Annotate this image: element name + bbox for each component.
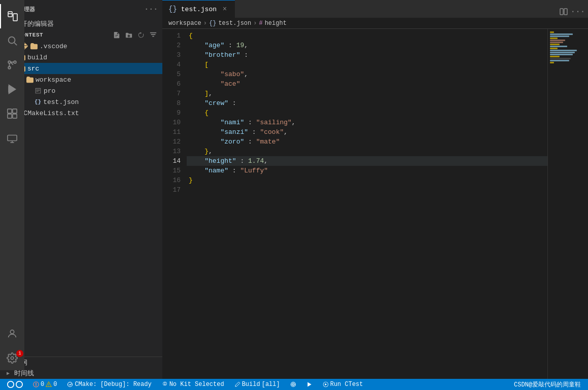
- collapse-all-icon[interactable]: [148, 30, 158, 40]
- line-numbers: 1 2 3 4 5 6 7 8 9 10 11 12 13 14: [162, 29, 187, 379]
- status-cmake[interactable]: CMake: [Debug]: Ready: [64, 379, 154, 390]
- status-build[interactable]: Build [all]: [231, 379, 283, 390]
- code-line-9: {: [187, 108, 547, 118]
- pro-file-label: pro: [44, 87, 55, 95]
- workspace-folder-label: workspace: [36, 76, 71, 84]
- svg-rect-10: [8, 109, 12, 113]
- search-icon[interactable]: [0, 28, 24, 53]
- more-actions-button[interactable]: ···: [572, 6, 584, 18]
- code-editor[interactable]: 1 2 3 4 5 6 7 8 9 10 11 12 13 14: [162, 29, 547, 379]
- remote-icon[interactable]: [0, 126, 24, 150]
- code-line-15: "name" : "Luffy": [187, 166, 547, 175]
- breadcrumb-workspace[interactable]: workspace: [168, 20, 201, 27]
- account-icon[interactable]: [0, 322, 24, 346]
- svg-rect-14: [8, 135, 17, 141]
- svg-line-4: [14, 43, 17, 45]
- new-file-icon[interactable]: [112, 30, 122, 40]
- minimap-content: [548, 29, 588, 68]
- svg-point-22: [68, 382, 73, 387]
- svg-point-17: [10, 330, 14, 334]
- svg-rect-12: [8, 114, 12, 118]
- activity-bar: 1: [0, 0, 24, 370]
- code-line-10: "nami" : "sailing",: [187, 118, 547, 127]
- sidebar-item-src[interactable]: ▼ src: [0, 63, 162, 74]
- editor-area: {} test.json × ··· workspace › {} test.: [162, 0, 588, 379]
- status-run-ctest[interactable]: Run CTest: [320, 379, 366, 390]
- sidebar-section-outline[interactable]: ▶ 大纲: [0, 357, 162, 368]
- status-left: 0 0 CMake: [Debug]: Ready No Kit Selecte…: [4, 379, 366, 390]
- src-folder-label: src: [27, 65, 39, 73]
- breadcrumb: workspace › {} test.json › # height: [162, 18, 588, 29]
- code-line-6: "ace": [187, 79, 547, 89]
- open-editors-section[interactable]: ▶ 打开的编辑器: [0, 18, 162, 29]
- sidebar-title: 资源管理器 ···: [0, 0, 162, 18]
- code-line-8: "crew" :: [187, 98, 547, 108]
- extensions-icon[interactable]: [0, 101, 24, 126]
- tab-json-icon: {}: [168, 5, 177, 13]
- status-bar: 0 0 CMake: [Debug]: Ready No Kit Selecte…: [0, 379, 588, 390]
- sidebar-item-testjson[interactable]: {} test.json: [0, 96, 162, 108]
- svg-marker-8: [9, 85, 16, 94]
- svg-rect-20: [564, 9, 567, 15]
- breadcrumb-testjson[interactable]: test.json: [218, 20, 251, 27]
- svg-point-25: [293, 384, 294, 385]
- code-line-17: [187, 185, 547, 195]
- svg-rect-11: [13, 109, 17, 113]
- tab-label: test.json: [181, 6, 217, 13]
- tab-testjson[interactable]: {} test.json ×: [162, 0, 235, 18]
- svg-point-18: [11, 357, 14, 360]
- more-options-icon[interactable]: ···: [146, 4, 156, 14]
- code-line-3: "brother" :: [187, 50, 547, 60]
- svg-point-7: [8, 66, 11, 69]
- code-line-2: "age" : 19,: [187, 41, 547, 50]
- explorer-icon[interactable]: [0, 4, 24, 28]
- status-errors[interactable]: 0 0: [30, 379, 60, 390]
- new-folder-icon[interactable]: [124, 30, 134, 40]
- build-folder-label: build: [27, 54, 47, 61]
- sidebar-item-vscode[interactable]: ▶ .vscode: [0, 41, 162, 52]
- source-control-icon[interactable]: [0, 53, 24, 77]
- svg-rect-0: [8, 12, 12, 17]
- minimap: [547, 29, 588, 379]
- sidebar-item-build[interactable]: ▶ build: [0, 52, 162, 63]
- code-line-12: "zoro" : "mate": [187, 137, 547, 147]
- sidebar-item-cmakelists[interactable]: M CMakeLists.txt: [0, 108, 162, 119]
- svg-rect-19: [560, 9, 563, 15]
- code-line-1: {: [187, 31, 547, 41]
- refresh-icon[interactable]: [136, 30, 146, 40]
- settings-icon[interactable]: [0, 346, 24, 370]
- sidebar-item-pro[interactable]: pro: [0, 85, 162, 96]
- sidebar-item-workspace[interactable]: ▼ workspace: [0, 74, 162, 85]
- cmake-file-label: CMakeLists.txt: [24, 110, 79, 117]
- breadcrumb-height[interactable]: height: [265, 20, 287, 27]
- status-right-text[interactable]: CSDN@爱敲代码的周童鞋: [511, 379, 584, 390]
- code-line-11: "sanzi" : "cook",: [187, 127, 547, 137]
- code-line-14: "height" : 1.74,: [187, 156, 547, 166]
- code-line-5: "sabo",: [187, 69, 547, 79]
- status-right: CSDN@爱敲代码的周童鞋: [511, 379, 584, 390]
- tab-close-button[interactable]: ×: [221, 5, 229, 13]
- svg-marker-26: [307, 382, 312, 387]
- split-editor-button[interactable]: [558, 6, 570, 18]
- sidebar: 资源管理器 ··· ▶ 打开的编辑器 ▼ JSONTEST: [0, 0, 162, 379]
- testjson-file-label: test.json: [43, 98, 79, 106]
- code-line-7: ],: [187, 89, 547, 98]
- svg-rect-13: [13, 114, 17, 118]
- status-target-icon[interactable]: [287, 379, 299, 390]
- tab-bar: {} test.json × ···: [162, 0, 588, 18]
- code-line-13: },: [187, 147, 547, 156]
- status-no-kit[interactable]: No Kit Selected: [159, 379, 227, 390]
- svg-point-6: [14, 61, 16, 63]
- vscode-folder-label: .vscode: [40, 43, 67, 50]
- run-debug-icon[interactable]: [0, 77, 24, 101]
- settings-badge: 1: [16, 350, 23, 357]
- status-remote[interactable]: [4, 379, 26, 390]
- code-line-16: }: [187, 175, 547, 185]
- status-run[interactable]: [303, 379, 316, 390]
- svg-point-3: [9, 37, 15, 44]
- sidebar-section-timeline[interactable]: ▶ 时间线: [0, 368, 162, 379]
- svg-rect-1: [13, 14, 17, 21]
- svg-point-5: [8, 61, 11, 63]
- project-root[interactable]: ▼ JSONTEST: [0, 29, 162, 41]
- code-content[interactable]: { "age" : 19, "brother" : [ "sabo", "ace…: [187, 29, 547, 379]
